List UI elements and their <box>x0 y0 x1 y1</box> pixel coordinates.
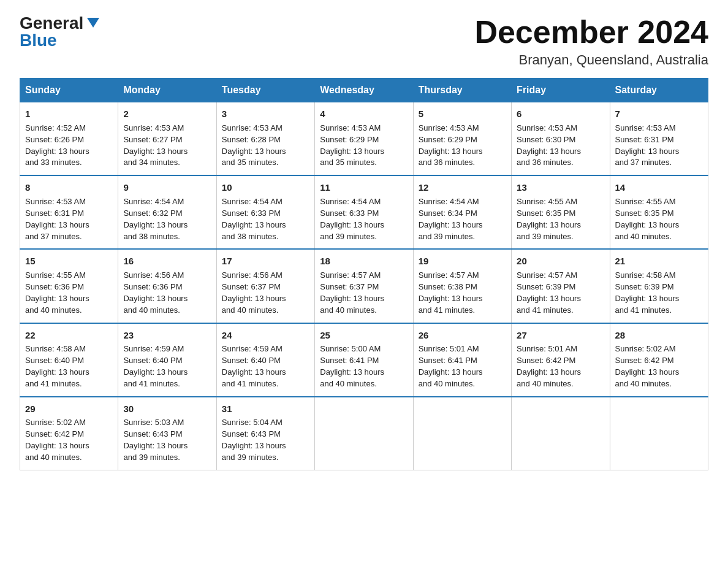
day-number: 30 <box>123 402 211 416</box>
sunrise-label: Sunrise: 5:01 AM <box>517 344 577 353</box>
sunrise-label: Sunrise: 4:54 AM <box>320 197 381 206</box>
day-number: 31 <box>222 402 309 416</box>
sunset-label: Sunset: 6:42 PM <box>25 429 84 439</box>
daylight-minutes: and 39 minutes. <box>123 453 180 462</box>
sunrise-label: Sunrise: 5:01 AM <box>419 344 479 353</box>
sunset-label: Sunset: 6:43 PM <box>222 429 281 439</box>
daylight-label: Daylight: 13 hours <box>615 147 680 156</box>
calendar-cell: 8 Sunrise: 4:53 AM Sunset: 6:31 PM Dayli… <box>20 175 118 249</box>
daylight-minutes: and 35 minutes. <box>222 158 279 167</box>
calendar-cell: 6 Sunrise: 4:53 AM Sunset: 6:30 PM Dayli… <box>512 102 610 176</box>
svg-marker-0 <box>87 18 99 28</box>
col-tuesday: Tuesday <box>216 79 314 102</box>
daylight-label: Daylight: 13 hours <box>615 367 680 377</box>
daylight-minutes: and 40 minutes. <box>419 379 476 388</box>
daylight-minutes: and 41 minutes. <box>123 379 180 388</box>
calendar-cell: 2 Sunrise: 4:53 AM Sunset: 6:27 PM Dayli… <box>118 102 216 176</box>
sunset-label: Sunset: 6:33 PM <box>222 209 281 218</box>
calendar-cell <box>610 397 708 470</box>
sunrise-label: Sunrise: 4:57 AM <box>419 270 479 280</box>
col-saturday: Saturday <box>610 79 708 102</box>
calendar-cell: 3 Sunrise: 4:53 AM Sunset: 6:28 PM Dayli… <box>216 102 314 176</box>
calendar-body: 1 Sunrise: 4:52 AM Sunset: 6:26 PM Dayli… <box>20 102 708 470</box>
daylight-label: Daylight: 13 hours <box>320 367 384 377</box>
daylight-label: Daylight: 13 hours <box>123 220 188 229</box>
daylight-label: Daylight: 13 hours <box>517 220 581 229</box>
calendar-cell: 22 Sunrise: 4:58 AM Sunset: 6:40 PM Dayl… <box>20 323 118 397</box>
calendar-cell: 23 Sunrise: 4:59 AM Sunset: 6:40 PM Dayl… <box>118 323 216 397</box>
sunset-label: Sunset: 6:34 PM <box>419 209 477 218</box>
sunrise-label: Sunrise: 5:00 AM <box>320 344 381 353</box>
daylight-minutes: and 41 minutes. <box>222 379 279 388</box>
day-number: 15 <box>25 255 113 268</box>
sunset-label: Sunset: 6:36 PM <box>123 282 182 291</box>
sunrise-label: Sunrise: 4:58 AM <box>25 344 86 353</box>
daylight-minutes: and 39 minutes. <box>517 232 574 241</box>
calendar-cell: 7 Sunrise: 4:53 AM Sunset: 6:31 PM Dayli… <box>610 102 708 176</box>
week-row-2: 8 Sunrise: 4:53 AM Sunset: 6:31 PM Dayli… <box>20 175 708 249</box>
sunset-label: Sunset: 6:28 PM <box>222 135 281 144</box>
day-number: 25 <box>320 329 408 342</box>
daylight-minutes: and 41 minutes. <box>615 305 672 315</box>
sunset-label: Sunset: 6:39 PM <box>517 282 575 291</box>
sunrise-label: Sunrise: 4:53 AM <box>320 123 381 132</box>
day-number: 4 <box>320 107 408 121</box>
calendar-cell: 21 Sunrise: 4:58 AM Sunset: 6:39 PM Dayl… <box>610 249 708 323</box>
daylight-minutes: and 40 minutes. <box>25 453 82 462</box>
day-number: 3 <box>222 107 309 121</box>
sunrise-label: Sunrise: 4:54 AM <box>123 197 184 206</box>
day-number: 5 <box>419 107 506 121</box>
daylight-label: Daylight: 13 hours <box>25 294 89 303</box>
sunset-label: Sunset: 6:41 PM <box>320 356 379 365</box>
daylight-minutes: and 37 minutes. <box>25 232 82 241</box>
daylight-minutes: and 36 minutes. <box>517 158 574 167</box>
calendar-cell: 10 Sunrise: 4:54 AM Sunset: 6:33 PM Dayl… <box>216 175 314 249</box>
day-number: 11 <box>320 181 408 194</box>
page-header: General Blue December 2024 Branyan, Quee… <box>20 15 708 68</box>
daylight-label: Daylight: 13 hours <box>123 147 188 156</box>
daylight-minutes: and 37 minutes. <box>615 158 672 167</box>
calendar-cell: 19 Sunrise: 4:57 AM Sunset: 6:38 PM Dayl… <box>413 249 511 323</box>
calendar-cell <box>512 397 610 470</box>
daylight-label: Daylight: 13 hours <box>222 147 286 156</box>
calendar-cell: 31 Sunrise: 5:04 AM Sunset: 6:43 PM Dayl… <box>216 397 314 470</box>
daylight-label: Daylight: 13 hours <box>25 220 89 229</box>
day-number: 9 <box>123 181 211 194</box>
day-number: 6 <box>517 107 604 121</box>
day-number: 20 <box>517 255 604 268</box>
daylight-label: Daylight: 13 hours <box>25 441 89 450</box>
sunset-label: Sunset: 6:26 PM <box>25 135 84 144</box>
sunset-label: Sunset: 6:35 PM <box>517 209 575 218</box>
calendar-cell <box>413 397 511 470</box>
col-wednesday: Wednesday <box>315 79 413 102</box>
sunset-label: Sunset: 6:42 PM <box>517 356 575 365</box>
day-number: 18 <box>320 255 408 268</box>
day-number: 14 <box>615 181 703 194</box>
sunrise-label: Sunrise: 4:57 AM <box>320 270 381 280</box>
sunrise-label: Sunrise: 4:56 AM <box>123 270 184 280</box>
daylight-minutes: and 39 minutes. <box>320 232 377 241</box>
daylight-label: Daylight: 13 hours <box>222 441 286 450</box>
daylight-minutes: and 40 minutes. <box>320 305 377 315</box>
calendar-header: Sunday Monday Tuesday Wednesday Thursday… <box>20 79 708 102</box>
sunrise-label: Sunrise: 4:57 AM <box>517 270 577 280</box>
daylight-label: Daylight: 13 hours <box>222 220 286 229</box>
sunrise-label: Sunrise: 4:53 AM <box>123 123 184 132</box>
daylight-minutes: and 35 minutes. <box>320 158 377 167</box>
calendar-cell: 15 Sunrise: 4:55 AM Sunset: 6:36 PM Dayl… <box>20 249 118 323</box>
daylight-minutes: and 40 minutes. <box>320 379 377 388</box>
daylight-label: Daylight: 13 hours <box>25 147 89 156</box>
col-monday: Monday <box>118 79 216 102</box>
day-number: 16 <box>123 255 211 268</box>
sunset-label: Sunset: 6:32 PM <box>123 209 182 218</box>
daylight-minutes: and 40 minutes. <box>615 379 672 388</box>
daylight-minutes: and 34 minutes. <box>123 158 180 167</box>
col-sunday: Sunday <box>20 79 118 102</box>
sunrise-label: Sunrise: 4:53 AM <box>517 123 577 132</box>
day-number: 27 <box>517 329 604 342</box>
daylight-label: Daylight: 13 hours <box>517 367 581 377</box>
day-number: 1 <box>25 107 113 121</box>
daylight-label: Daylight: 13 hours <box>123 441 188 450</box>
weekday-header-row: Sunday Monday Tuesday Wednesday Thursday… <box>20 79 708 102</box>
sunset-label: Sunset: 6:36 PM <box>25 282 84 291</box>
